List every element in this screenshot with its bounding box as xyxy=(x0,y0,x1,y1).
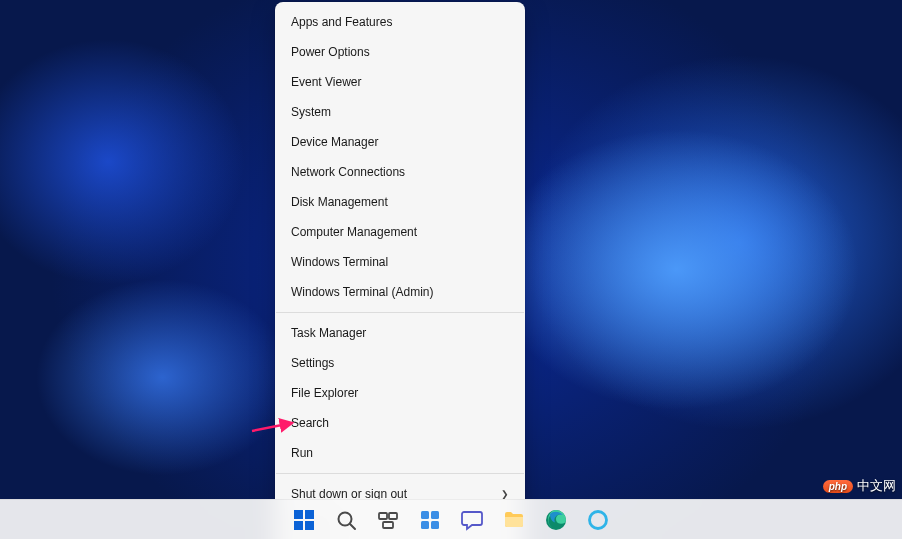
menu-item-windows-terminal[interactable]: Windows Terminal xyxy=(275,247,525,277)
menu-item-label: Power Options xyxy=(291,45,370,59)
menu-item-event-viewer[interactable]: Event Viewer xyxy=(275,67,525,97)
menu-item-label: Event Viewer xyxy=(291,75,361,89)
svg-rect-2 xyxy=(305,510,314,519)
menu-item-label: Search xyxy=(291,416,329,430)
search-icon xyxy=(334,508,358,532)
menu-item-network-connections[interactable]: Network Connections xyxy=(275,157,525,187)
file-explorer-button[interactable] xyxy=(496,502,532,538)
menu-separator xyxy=(276,473,524,474)
svg-rect-13 xyxy=(431,521,439,529)
menu-item-label: System xyxy=(291,105,331,119)
menu-item-power-options[interactable]: Power Options xyxy=(275,37,525,67)
edge-button[interactable] xyxy=(538,502,574,538)
menu-item-label: Task Manager xyxy=(291,326,366,340)
menu-item-device-manager[interactable]: Device Manager xyxy=(275,127,525,157)
cortana-icon xyxy=(586,508,610,532)
search-button[interactable] xyxy=(328,502,364,538)
menu-item-task-manager[interactable]: Task Manager xyxy=(275,318,525,348)
task-view-button[interactable] xyxy=(370,502,406,538)
svg-rect-7 xyxy=(379,513,387,519)
svg-rect-12 xyxy=(421,521,429,529)
menu-item-label: Apps and Features xyxy=(291,15,392,29)
menu-item-search[interactable]: Search xyxy=(275,408,525,438)
menu-item-disk-management[interactable]: Disk Management xyxy=(275,187,525,217)
widgets-button[interactable] xyxy=(412,502,448,538)
chevron-right-icon: ❯ xyxy=(501,489,509,499)
svg-rect-9 xyxy=(383,522,393,528)
menu-item-windows-terminal-admin[interactable]: Windows Terminal (Admin) xyxy=(275,277,525,307)
svg-rect-11 xyxy=(431,511,439,519)
watermark: php 中文网 xyxy=(823,477,896,495)
menu-item-label: Run xyxy=(291,446,313,460)
svg-rect-4 xyxy=(305,521,314,530)
cortana-button[interactable] xyxy=(580,502,616,538)
menu-item-run[interactable]: Run xyxy=(275,438,525,468)
watermark-text: 中文网 xyxy=(857,477,896,495)
folder-icon xyxy=(502,508,526,532)
winx-context-menu: Apps and Features Power Options Event Vi… xyxy=(275,2,525,539)
menu-item-label: Computer Management xyxy=(291,225,417,239)
svg-rect-3 xyxy=(294,521,303,530)
svg-line-6 xyxy=(350,524,355,529)
task-view-icon xyxy=(376,508,400,532)
windows-logo-icon xyxy=(292,508,316,532)
svg-rect-8 xyxy=(389,513,397,519)
start-button[interactable] xyxy=(286,502,322,538)
chat-button[interactable] xyxy=(454,502,490,538)
menu-item-file-explorer[interactable]: File Explorer xyxy=(275,378,525,408)
menu-item-computer-management[interactable]: Computer Management xyxy=(275,217,525,247)
menu-item-system[interactable]: System xyxy=(275,97,525,127)
watermark-badge: php xyxy=(823,480,853,493)
svg-point-15 xyxy=(590,511,607,528)
menu-separator xyxy=(276,312,524,313)
svg-rect-1 xyxy=(294,510,303,519)
taskbar xyxy=(0,499,902,539)
menu-item-label: Disk Management xyxy=(291,195,388,209)
menu-item-label: Windows Terminal (Admin) xyxy=(291,285,433,299)
widgets-icon xyxy=(418,508,442,532)
menu-item-settings[interactable]: Settings xyxy=(275,348,525,378)
menu-item-label: Device Manager xyxy=(291,135,378,149)
edge-icon xyxy=(544,508,568,532)
svg-rect-10 xyxy=(421,511,429,519)
menu-item-label: Windows Terminal xyxy=(291,255,388,269)
menu-item-apps-and-features[interactable]: Apps and Features xyxy=(275,7,525,37)
chat-icon xyxy=(460,508,484,532)
menu-item-label: Settings xyxy=(291,356,334,370)
menu-item-label: File Explorer xyxy=(291,386,358,400)
menu-item-label: Network Connections xyxy=(291,165,405,179)
